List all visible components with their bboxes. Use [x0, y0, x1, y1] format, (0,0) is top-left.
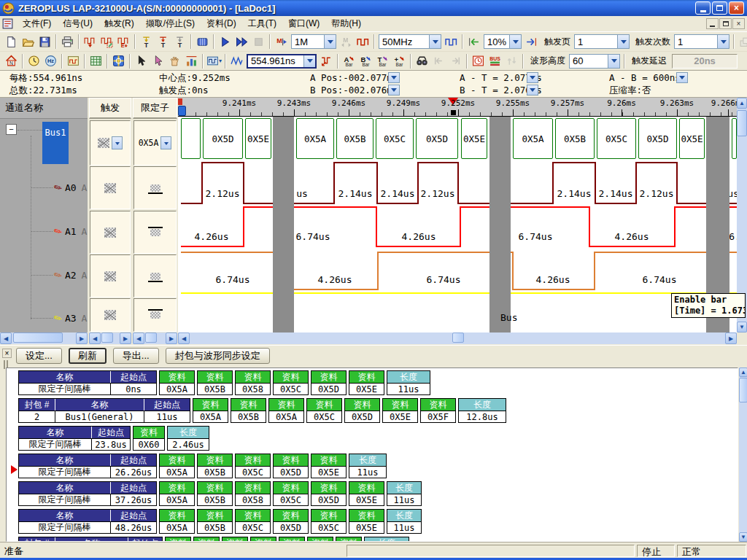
packet-row-5[interactable]: 名称起始点限定子间隔棒48.26us资料0X5A资料0X5B资料0X5C资料0X…: [18, 509, 738, 534]
mdi-close-button[interactable]: ×: [732, 18, 745, 29]
channel-row-a1[interactable]: ✎A1A1: [0, 224, 88, 238]
select-cursor-icon[interactable]: [133, 53, 150, 69]
sample-wave-red-icon[interactable]: [355, 34, 371, 50]
channel-panel-scrollbar[interactable]: ◀ ▶: [0, 332, 88, 344]
sampling-setup-icon[interactable]: [82, 34, 98, 50]
trigger-pos-right-icon[interactable]: [523, 34, 540, 50]
film-roll-icon[interactable]: [194, 34, 211, 50]
navigation-window-icon[interactable]: [110, 53, 127, 69]
channel-row-a3[interactable]: ✎A3A3: [0, 311, 88, 325]
chevron-down-icon[interactable]: [608, 55, 619, 68]
chevron-down-icon[interactable]: [617, 35, 629, 48]
scroll-right-icon[interactable]: ▶: [166, 332, 177, 344]
packet-row-3[interactable]: 名称起始点限定子间隔棒26.26us资料0X5A资料0X5B资料0X5C资料0X…: [18, 454, 738, 478]
t-bar-icon[interactable]: TBar: [374, 53, 391, 69]
scroll-right-icon[interactable]: ▶: [76, 332, 88, 344]
time-ruler[interactable]: 9.241ms9.243ms9.246ms9.249ms9.252ms9.255…: [178, 98, 737, 117]
sync-packet-wave-button[interactable]: 封包与波形同步设定: [166, 348, 270, 364]
settings-button[interactable]: 设定...: [16, 348, 62, 364]
repeat-acquisition-icon[interactable]: [233, 34, 250, 50]
trigger-pos-left-icon[interactable]: [465, 34, 482, 50]
hscroll-thumb[interactable]: [13, 332, 63, 343]
chevron-down-icon[interactable]: [429, 35, 441, 48]
find-icon[interactable]: [414, 53, 430, 69]
restore-button[interactable]: [712, 1, 727, 15]
a-b-dropdown[interactable]: [676, 72, 688, 83]
trigger-page-select[interactable]: 1: [574, 34, 630, 49]
channel-qualifier-cell[interactable]: [133, 298, 177, 332]
frequency-display-icon[interactable]: Hz: [42, 53, 59, 69]
add-bar-icon[interactable]: +Bar: [391, 53, 408, 69]
memory-page-icon[interactable]: M: [273, 34, 290, 50]
scroll-up-icon[interactable]: ▲: [737, 98, 747, 109]
channel-trigger-cell[interactable]: [90, 254, 131, 298]
menu-item-1[interactable]: 信号(U): [57, 15, 98, 32]
time-ruler-icon[interactable]: [470, 53, 487, 69]
open-file-icon[interactable]: [20, 34, 36, 50]
hand-tool-icon[interactable]: [166, 53, 183, 69]
menu-item-4[interactable]: 资料(D): [201, 15, 242, 32]
single-acquisition-icon[interactable]: [217, 34, 233, 50]
scroll-up-icon[interactable]: ▲: [739, 368, 747, 377]
packet-panel-close-icon[interactable]: ×: [2, 349, 12, 358]
waveform-view-icon[interactable]: [65, 53, 82, 69]
packet-row-0[interactable]: 名称起始点限定子间隔棒0ns资料0X5A资料0X5B资料0X58资料0X5C资料…: [18, 370, 738, 395]
b-pos-dropdown[interactable]: [388, 85, 400, 96]
chevron-down-icon[interactable]: [717, 35, 729, 48]
b-t-dropdown[interactable]: [527, 85, 538, 96]
channel-qualifier-cell[interactable]: [133, 211, 177, 254]
mdi-restore-button[interactable]: [719, 18, 732, 29]
channel-qualifier-cell[interactable]: [133, 166, 177, 209]
multi-select-cursor-icon[interactable]: [150, 53, 166, 69]
vscroll-thumb[interactable]: [737, 110, 747, 136]
wave-height-select[interactable]: 60: [569, 54, 620, 69]
title-bar[interactable]: ZEROPLUS LAP-321000U-A(S/N:00000000001) …: [0, 0, 747, 16]
navigator-home-icon[interactable]: N: [3, 53, 20, 69]
a-pos-dropdown[interactable]: [388, 72, 400, 83]
bus-node[interactable]: Bus1: [42, 122, 69, 164]
menu-item-0[interactable]: 文件(F): [17, 15, 57, 32]
menu-item-6[interactable]: 窗口(W): [282, 15, 325, 32]
tree-expand-icon[interactable]: −: [6, 124, 17, 135]
trigger-count-select[interactable]: 1: [674, 34, 729, 49]
scroll-left-icon[interactable]: ◀: [89, 332, 101, 344]
channel-row-a0[interactable]: ✎A0A0: [0, 180, 88, 195]
noise-analysis-icon[interactable]: [183, 53, 200, 69]
packet-row-4[interactable]: 名称起始点限定子间隔棒37.26us资料0X5A资料0X5B资料0X58资料0X…: [18, 481, 738, 506]
sampling-e-icon[interactable]: E: [115, 34, 132, 50]
listing-view-icon[interactable]: [88, 53, 104, 69]
packet-list-scrollbar[interactable]: ▲ ▼: [739, 368, 747, 542]
channel-trigger-cell[interactable]: [90, 211, 131, 254]
sample-wave-blue-icon[interactable]: [443, 34, 460, 50]
menu-item-5[interactable]: 工具(T): [242, 15, 282, 32]
menu-item-2[interactable]: 触发(R): [98, 15, 140, 32]
memory-depth-select[interactable]: 1M: [291, 34, 336, 49]
bus-ruler-icon[interactable]: BUS: [487, 53, 503, 69]
trigger-mark-gray-icon[interactable]: T: [171, 34, 188, 50]
chevron-down-icon[interactable]: [324, 35, 336, 48]
chevron-down-icon[interactable]: [112, 136, 123, 149]
refresh-button[interactable]: 刷新: [69, 348, 107, 364]
zoom-wave-icon[interactable]: [228, 53, 245, 69]
packet-row-2[interactable]: 名称起始点限定子间隔棒23.8us资料0X60长度2.46us: [18, 426, 738, 451]
scroll-down-icon[interactable]: ▼: [739, 532, 747, 542]
new-file-icon[interactable]: [3, 34, 20, 50]
a-bar-icon[interactable]: ABar: [341, 53, 357, 69]
print-icon[interactable]: [59, 34, 76, 50]
channel-qualifier-cell[interactable]: [133, 254, 177, 298]
chevron-down-icon[interactable]: [303, 55, 315, 67]
trigger-column-scrollbar[interactable]: ◀ ▶: [89, 332, 131, 344]
scroll-down-icon[interactable]: ▼: [737, 322, 747, 332]
scroll-left-icon[interactable]: ◀: [0, 332, 12, 344]
save-file-icon[interactable]: [36, 34, 53, 50]
time-div-select[interactable]: 554.961ns: [247, 54, 317, 69]
trigger-mark-red-icon[interactable]: T: [155, 34, 171, 50]
trigger-mark-yellow-icon[interactable]: T: [138, 34, 155, 50]
export-button[interactable]: 导出...: [113, 348, 159, 364]
chevron-down-icon[interactable]: [509, 35, 521, 48]
packet-row-1[interactable]: 封包 #名称起始点2Bus1(General)11us资料0X5A资料0X5B资…: [18, 398, 738, 423]
vscroll-thumb[interactable]: [739, 378, 747, 402]
menu-item-7[interactable]: 帮助(H): [325, 15, 367, 32]
bus-trigger-cell[interactable]: [90, 120, 131, 166]
scroll-left-icon[interactable]: ◀: [178, 332, 190, 344]
